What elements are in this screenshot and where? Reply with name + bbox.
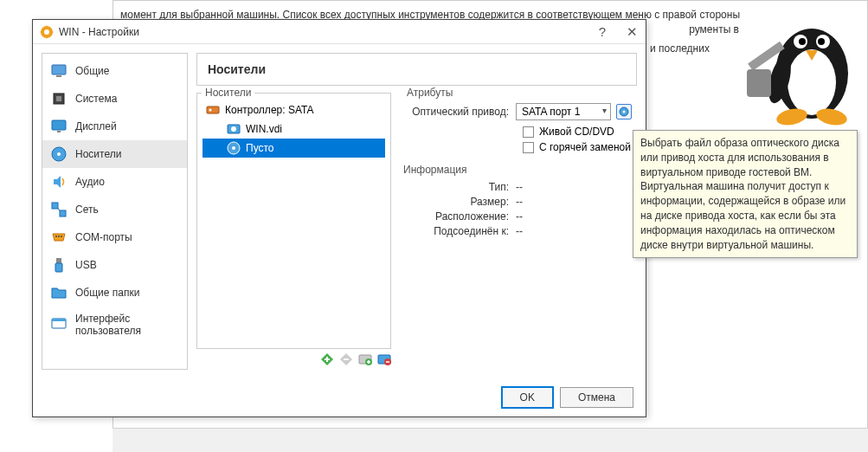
storage-tree: Контроллер: SATA WIN.vdi Пусто [203, 100, 385, 158]
sidebar-item-display[interactable]: Дисплей [42, 113, 187, 140]
tree-item-empty[interactable]: Пусто [203, 139, 385, 158]
remove-controller-icon[interactable] [339, 352, 353, 366]
interface-icon [51, 317, 67, 333]
info-section-label: Информация [403, 164, 632, 176]
svg-rect-14 [56, 75, 61, 77]
drive-port-combo[interactable]: SATA порт 1 [516, 103, 611, 120]
svg-point-26 [61, 236, 62, 237]
tree-controller[interactable]: Контроллер: SATA [203, 100, 385, 119]
add-attachment-icon[interactable] [358, 352, 372, 366]
svg-point-24 [55, 236, 57, 237]
sidebar-item-interface[interactable]: Интерфейс пользователя [42, 307, 187, 343]
svg-point-42 [623, 111, 626, 113]
speaker-icon [51, 174, 67, 190]
svg-rect-17 [52, 120, 66, 130]
tree-item-vdi[interactable]: WIN.vdi [203, 119, 385, 139]
add-controller-icon[interactable] [320, 352, 334, 366]
sidebar-label: Система [75, 93, 117, 105]
svg-rect-10 [747, 69, 771, 97]
help-button[interactable]: ? [595, 25, 609, 39]
info-type-label: Тип: [403, 181, 516, 193]
info-type-value: -- [516, 181, 523, 193]
svg-point-20 [57, 152, 61, 156]
info-attached-label: Подсоединён к: [403, 225, 516, 237]
svg-point-5 [818, 38, 825, 45]
tooltip: Выбрать файл образа оптического диска ил… [633, 130, 858, 258]
sidebar-item-network[interactable]: Сеть [42, 196, 187, 223]
tree-item-label: Пусто [246, 142, 274, 154]
svg-rect-16 [56, 96, 61, 101]
folder-icon [51, 285, 67, 300]
svg-line-23 [58, 209, 60, 210]
drive-label: Оптический привод: [403, 106, 516, 118]
hdd-icon [227, 122, 241, 136]
sidebar-item-general[interactable]: Общие [42, 57, 187, 85]
live-cd-checkbox[interactable] [523, 126, 534, 138]
sidebar-item-usb[interactable]: USB [42, 251, 187, 279]
usb-icon [51, 257, 67, 273]
sidebar-label: Носители [75, 148, 121, 160]
gear-icon [40, 25, 54, 39]
svg-point-12 [44, 29, 49, 35]
svg-point-25 [58, 236, 60, 237]
sidebar: Общие Система Дисплей Носители Аудио Сет… [42, 53, 188, 370]
titlebar: WIN - Настройки ? ✕ [33, 20, 646, 44]
close-button[interactable]: ✕ [625, 25, 639, 39]
live-cd-label: Живой CD/DVD [539, 126, 614, 138]
sidebar-label: Аудио [75, 176, 105, 188]
info-size-label: Размер: [403, 196, 516, 208]
sidebar-item-serial[interactable]: COM-порты [42, 223, 187, 251]
content-area: Носители Носители Контроллер: SATA [196, 53, 637, 370]
info-attached-value: -- [516, 225, 523, 237]
svg-rect-22 [60, 210, 66, 216]
svg-rect-13 [52, 65, 66, 74]
svg-rect-30 [52, 319, 66, 321]
serial-icon [51, 229, 67, 245]
svg-rect-21 [52, 203, 58, 209]
page-header: Носители [196, 53, 637, 86]
monitor-icon [51, 63, 67, 79]
svg-point-34 [231, 126, 236, 132]
sidebar-item-audio[interactable]: Аудио [42, 168, 187, 196]
cancel-button[interactable]: Отмена [560, 387, 633, 408]
storage-toolbar [196, 349, 391, 370]
sidebar-label: Интерфейс пользователя [75, 313, 178, 337]
info-size-value: -- [516, 196, 523, 208]
settings-dialog: WIN - Настройки ? ✕ Общие Система Диспле… [32, 19, 646, 417]
dialog-title: WIN - Настройки [59, 26, 595, 38]
svg-point-36 [232, 146, 235, 150]
cd-small-icon [619, 107, 629, 117]
svg-rect-27 [56, 258, 61, 263]
background-text-3: и последних [650, 42, 710, 55]
attributes-panel-label: Атрибуты [403, 87, 456, 99]
svg-point-4 [799, 38, 806, 45]
display-icon [51, 119, 67, 134]
info-location-label: Расположение: [403, 210, 516, 223]
sidebar-item-shared-folders[interactable]: Общие папки [42, 279, 187, 307]
drive-port-value: SATA порт 1 [522, 106, 580, 118]
svg-point-32 [209, 109, 212, 112]
dialog-footer: OK Отмена [33, 378, 646, 416]
info-location-value: -- [516, 210, 523, 223]
sidebar-label: Сеть [75, 203, 99, 216]
sidebar-label: USB [75, 259, 97, 271]
network-icon [51, 202, 67, 217]
hot-swap-checkbox[interactable] [523, 142, 534, 153]
sidebar-label: Общие [75, 65, 109, 77]
tree-controller-label: Контроллер: SATA [225, 104, 313, 116]
penguin-logo [747, 0, 868, 130]
cd-icon [227, 141, 241, 155]
sidebar-item-storage[interactable]: Носители [42, 140, 187, 168]
sata-controller-icon [206, 103, 220, 117]
sidebar-item-system[interactable]: Система [42, 85, 187, 113]
ok-button[interactable]: OK [502, 387, 553, 408]
remove-attachment-icon[interactable] [377, 352, 391, 366]
sidebar-label: Дисплей [75, 120, 117, 132]
attributes-panel: Атрибуты Оптический привод: SATA порт 1 [398, 93, 637, 370]
disk-icon [51, 146, 67, 162]
choose-disk-button[interactable] [616, 104, 632, 119]
tree-item-label: WIN.vdi [246, 123, 282, 135]
storage-panel-label: Носители [202, 87, 254, 99]
storage-panel: Носители Контроллер: SATA WIN.vdi [196, 93, 391, 370]
background-footer-stripe [113, 428, 868, 452]
